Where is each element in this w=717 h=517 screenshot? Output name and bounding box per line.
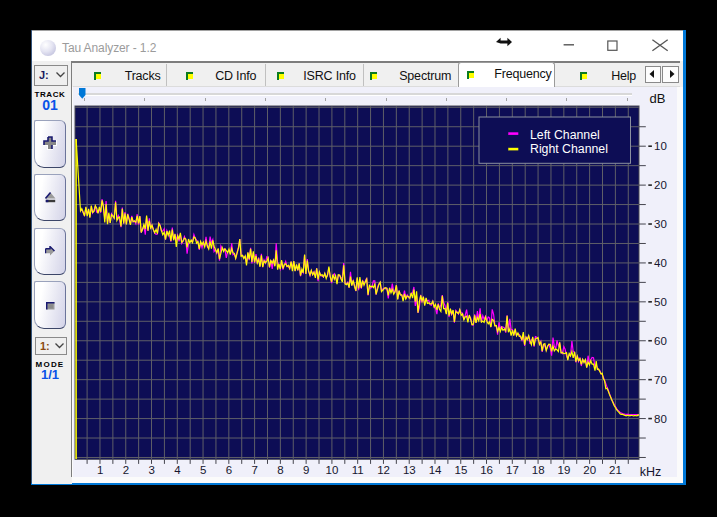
svg-text:30: 30: [654, 218, 667, 230]
svg-text:9: 9: [303, 464, 309, 476]
svg-text:1: 1: [96, 464, 102, 476]
svg-text:5: 5: [199, 464, 205, 476]
svg-text:80: 80: [654, 413, 667, 425]
svg-text:16: 16: [480, 464, 493, 476]
svg-text:11: 11: [351, 464, 363, 476]
svg-text:3: 3: [148, 464, 154, 476]
svg-text:Left Channel: Left Channel: [530, 128, 600, 142]
svg-text:17: 17: [506, 464, 519, 476]
svg-text:20: 20: [583, 464, 596, 476]
svg-text:50: 50: [654, 296, 667, 308]
svg-text:70: 70: [654, 374, 667, 386]
svg-text:kHz: kHz: [639, 465, 661, 477]
svg-text:Right Channel: Right Channel: [530, 142, 608, 156]
svg-text:8: 8: [277, 464, 283, 476]
svg-text:40: 40: [654, 257, 667, 269]
svg-text:19: 19: [557, 464, 570, 476]
svg-text:dB: dB: [649, 91, 665, 106]
svg-text:4: 4: [174, 464, 181, 476]
svg-text:21: 21: [609, 464, 622, 476]
svg-text:7: 7: [251, 464, 257, 476]
svg-text:18: 18: [531, 464, 544, 476]
svg-text:15: 15: [454, 464, 467, 476]
svg-text:10: 10: [325, 464, 338, 476]
svg-text:10: 10: [654, 140, 667, 152]
svg-text:2: 2: [122, 464, 128, 476]
svg-text:60: 60: [654, 335, 667, 347]
svg-text:6: 6: [225, 464, 231, 476]
svg-text:14: 14: [428, 464, 441, 476]
svg-text:12: 12: [377, 464, 390, 476]
svg-text:13: 13: [402, 464, 415, 476]
svg-text:20: 20: [654, 179, 667, 191]
